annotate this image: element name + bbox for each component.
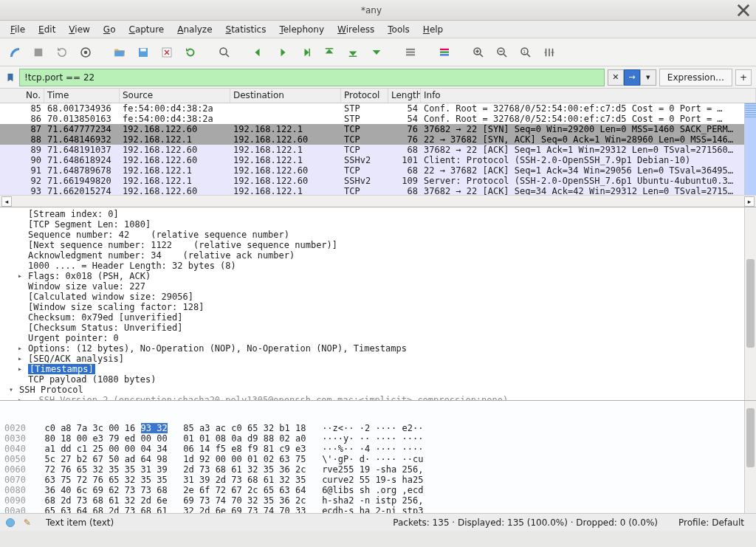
col-header-time[interactable]: Time [44, 89, 120, 103]
menu-go[interactable]: Go [97, 23, 122, 36]
zoom-out-button[interactable] [492, 42, 512, 63]
detail-line[interactable]: Flags: 0x018 (PSH, ACK) [7, 271, 756, 281]
packet-list-body[interactable]: 8568.001734936fe:54:00:d4:38:2aSTP54Conf… [0, 103, 756, 195]
clear-filter-button[interactable]: ✕ [608, 69, 624, 86]
bytes-line[interactable]: 0080 36 40 6c 69 62 73 73 68 2e 6f 72 67… [4, 485, 752, 495]
filter-history-dropdown[interactable]: ▾ [640, 69, 656, 86]
col-header-info[interactable]: Info [421, 89, 756, 103]
packet-row[interactable]: 8771.647777234192.168.122.60192.168.122.… [0, 124, 756, 134]
col-header-src[interactable]: Source [120, 89, 230, 103]
col-header-proto[interactable]: Protocol [341, 89, 388, 103]
svg-rect-4 [140, 48, 146, 51]
packet-details-pane[interactable]: [Stream index: 0][TCP Segment Len: 1080]… [0, 207, 756, 401]
filter-expression-button[interactable]: Expression… [659, 69, 732, 86]
menu-file[interactable]: File [4, 23, 31, 36]
detail-line[interactable]: SSH Version 2 (encryption:chacha20-poly1… [7, 395, 756, 401]
scroll-left-icon[interactable]: ◂ [1, 196, 12, 207]
packet-row[interactable]: 8670.013850163fe:54:00:d4:38:2aSTP54Conf… [0, 114, 756, 124]
details-vscrollbar[interactable] [744, 207, 756, 400]
bytes-line[interactable]: 0030 80 18 00 e3 79 ed 00 00 01 01 08 0a… [4, 433, 752, 444]
menu-capture[interactable]: Capture [123, 23, 170, 36]
menu-statistics[interactable]: Statistics [220, 23, 272, 36]
zoom-reset-button[interactable]: 1 [515, 42, 536, 63]
detail-line[interactable]: [Stream index: 0] [7, 209, 756, 219]
start-capture-button[interactable] [4, 42, 25, 63]
menu-tools[interactable]: Tools [382, 23, 416, 36]
go-last-button[interactable] [343, 42, 363, 63]
bytes-line[interactable]: 0090 68 2d 73 68 61 32 2d 6e 69 73 74 70… [4, 495, 752, 506]
bytes-line[interactable]: 00a0 65 63 64 68 2d 73 68 61 32 2d 6e 69… [4, 506, 752, 513]
scroll-right-icon[interactable]: ▸ [744, 196, 755, 207]
close-file-button[interactable] [157, 42, 177, 63]
col-header-len[interactable]: Length [388, 89, 421, 103]
colorize-list-button[interactable] [434, 42, 455, 63]
packet-bytes-pane[interactable]: 0020 c0 a8 7a 3c 00 16 93 32 85 a3 ac c0… [0, 401, 756, 513]
svg-text:1: 1 [523, 48, 526, 53]
col-header-no[interactable]: No. [0, 89, 44, 103]
detail-line[interactable]: Window size value: 227 [7, 281, 756, 292]
auto-scroll-button[interactable] [366, 42, 387, 63]
col-header-dst[interactable]: Destination [230, 89, 341, 103]
packet-row[interactable]: 9171.648789678192.168.122.1192.168.122.6… [0, 165, 756, 176]
menu-telephony[interactable]: Telephony [273, 23, 330, 36]
resize-columns-button[interactable] [539, 42, 560, 63]
detail-line[interactable]: [Window size scaling factor: 128] [7, 302, 756, 312]
expert-info-indicator[interactable] [6, 518, 15, 527]
detail-line[interactable]: [Checksum Status: Unverified] [7, 323, 756, 333]
save-file-button[interactable] [133, 42, 154, 63]
open-file-button[interactable] [109, 42, 130, 63]
packet-list-header[interactable]: No. Time Source Destination Protocol Len… [0, 89, 756, 103]
display-filter-input[interactable]: !tcp.port == 22 [19, 69, 605, 86]
zoom-in-button[interactable] [468, 42, 489, 63]
detail-line[interactable]: Sequence number: 42 (relative sequence n… [7, 230, 756, 240]
detail-line[interactable]: Checksum: 0x79ed [unverified] [7, 312, 756, 323]
go-back-button[interactable] [248, 42, 269, 63]
detail-line-selected[interactable]: [Timestamps] [7, 364, 756, 374]
packet-row[interactable]: 8971.648191037192.168.122.60192.168.122.… [0, 145, 756, 155]
jump-to-button[interactable] [295, 42, 316, 63]
go-forward-button[interactable] [272, 42, 292, 63]
menu-analyze[interactable]: Analyze [171, 23, 218, 36]
bytes-line[interactable]: 0020 c0 a8 7a 3c 00 16 93 32 85 a3 ac c0… [4, 423, 752, 433]
detail-line[interactable]: Acknowledgment number: 34 (relative ack … [7, 250, 756, 261]
bookmark-filter-icon[interactable] [4, 72, 16, 83]
bytes-line[interactable]: 0070 63 75 72 76 65 32 35 35 31 39 2d 73… [4, 475, 752, 485]
stop-capture-button[interactable] [28, 42, 49, 63]
colorize-button[interactable] [400, 42, 421, 63]
detail-line[interactable]: Options: (12 bytes), No-Operation (NOP),… [7, 343, 756, 354]
packet-list-minimap[interactable] [744, 103, 756, 195]
packet-row[interactable]: 9371.662015274192.168.122.60192.168.122.… [0, 186, 756, 195]
detail-line[interactable]: [Next sequence number: 1122 (relative se… [7, 240, 756, 250]
detail-line[interactable]: SSH Protocol [7, 385, 756, 395]
restart-capture-button[interactable] [52, 42, 72, 63]
bytes-line[interactable]: 0040 a1 dd c1 25 00 00 04 34 06 14 f5 e8… [4, 444, 752, 454]
add-filter-button[interactable]: + [735, 69, 752, 86]
menu-help[interactable]: Help [417, 23, 449, 36]
packet-row[interactable]: 9271.661949820192.168.122.1192.168.122.6… [0, 176, 756, 186]
capture-options-button[interactable] [75, 42, 96, 63]
find-packet-button[interactable] [214, 42, 235, 63]
detail-line[interactable]: [SEQ/ACK analysis] [7, 354, 756, 364]
menu-view[interactable]: View [63, 23, 95, 36]
bytes-vscrollbar[interactable] [744, 401, 756, 513]
bytes-line[interactable]: 0060 72 76 65 32 35 35 31 39 2d 73 68 61… [4, 464, 752, 475]
packet-list-hscrollbar[interactable]: ◂ ▸ [0, 195, 756, 207]
detail-line[interactable]: TCP payload (1080 bytes) [7, 374, 756, 385]
svg-rect-7 [309, 48, 311, 56]
go-first-button[interactable] [319, 42, 340, 63]
menu-wireless[interactable]: Wireless [331, 23, 380, 36]
bytes-line[interactable]: 0050 5c 27 b2 67 50 ad 64 98 1d 92 00 00… [4, 454, 752, 464]
packet-row[interactable]: 8871.648146932192.168.122.1192.168.122.6… [0, 134, 756, 145]
detail-line[interactable]: [Calculated window size: 29056] [7, 292, 756, 302]
reload-file-button[interactable] [180, 42, 201, 63]
menu-edit[interactable]: Edit [32, 23, 61, 36]
detail-line[interactable]: Urgent pointer: 0 [7, 333, 756, 343]
packet-row[interactable]: 8568.001734936fe:54:00:d4:38:2aSTP54Conf… [0, 103, 756, 114]
window-close-button[interactable] [737, 4, 750, 17]
status-profile[interactable]: Profile: Default [673, 517, 750, 528]
apply-filter-button[interactable]: → [624, 69, 640, 86]
detail-line[interactable]: 1000 .... = Header Length: 32 bytes (8) [7, 261, 756, 271]
detail-line[interactable]: [TCP Segment Len: 1080] [7, 219, 756, 230]
packet-row[interactable]: 9071.648618924192.168.122.60192.168.122.… [0, 155, 756, 165]
edit-preferences-icon[interactable]: ✎ [24, 517, 31, 528]
